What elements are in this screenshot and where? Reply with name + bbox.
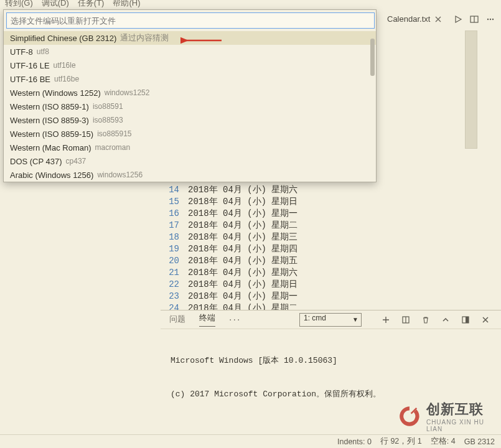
panel-layout-icon[interactable] bbox=[459, 313, 472, 327]
terminal-select[interactable]: 1: cmd ▼ bbox=[299, 313, 362, 327]
panel-tab-terminal[interactable]: 终端 bbox=[199, 313, 215, 327]
encoding-option-label: Western (ISO 8859-1) bbox=[10, 102, 89, 111]
line-number: 19 bbox=[161, 244, 188, 254]
line-number: 15 bbox=[161, 197, 188, 207]
editor-content: 142018年 04月 (小) 星期六 152018年 04月 (小) 星期日 … bbox=[161, 184, 501, 314]
encoding-option-alias: iso88593 bbox=[93, 116, 123, 124]
line-number: 14 bbox=[161, 185, 188, 195]
editor-line[interactable]: 192018年 04月 (小) 星期四 bbox=[161, 243, 501, 254]
line-text: 2018年 04月 (小) 星期一 bbox=[188, 208, 297, 219]
status-bar: Indents: 0 行 92，列 1 空格: 4 GB 2312 bbox=[0, 434, 501, 448]
encoding-scrollbar[interactable] bbox=[370, 39, 375, 76]
encoding-option-label: Western (Mac Roman) bbox=[10, 143, 91, 152]
encoding-option-label: UTF-16 BE bbox=[10, 75, 50, 84]
encoding-option-win1256[interactable]: Arabic (Windows 1256) windows1256 bbox=[4, 168, 376, 182]
encoding-option-alias: cp437 bbox=[66, 157, 87, 166]
editor-line[interactable]: 202018年 04月 (小) 星期五 bbox=[161, 254, 501, 266]
chevron-up-icon[interactable] bbox=[439, 313, 452, 327]
minimap[interactable] bbox=[465, 30, 477, 149]
line-text: 2018年 04月 (小) 星期二 bbox=[188, 220, 297, 231]
svg-point-5 bbox=[492, 19, 494, 20]
encoding-option-label: Arabic (Windows 1256) bbox=[10, 170, 93, 180]
encoding-option-alias: macroman bbox=[95, 143, 131, 152]
status-spaces[interactable]: 空格: 4 bbox=[431, 436, 456, 447]
encoding-option-alias: windows1256 bbox=[97, 170, 143, 179]
editor-line[interactable]: 212018年 04月 (小) 星期六 bbox=[161, 266, 501, 278]
line-number: 17 bbox=[161, 220, 188, 230]
editor-line[interactable]: 152018年 04月 (小) 星期日 bbox=[161, 195, 501, 207]
plus-icon[interactable] bbox=[379, 313, 393, 327]
encoding-option-win1252[interactable]: Western (Windows 1252) windows1252 bbox=[4, 86, 376, 100]
encoding-option-macroman[interactable]: Western (Mac Roman) macroman bbox=[4, 141, 376, 154]
trash-icon[interactable] bbox=[419, 313, 433, 327]
line-text: 2018年 04月 (小) 星期四 bbox=[188, 243, 297, 254]
encoding-option-alias: iso88591 bbox=[93, 102, 123, 111]
bottom-panel: 问题 终端 ··· 1: cmd ▼ bbox=[161, 310, 501, 434]
encoding-search-input[interactable] bbox=[6, 12, 375, 29]
editor-line[interactable]: 162018年 04月 (小) 星期一 bbox=[161, 207, 501, 219]
terminal-select-label: 1: cmd bbox=[304, 314, 326, 322]
editor-line[interactable]: 172018年 04月 (小) 星期二 bbox=[161, 219, 501, 231]
line-number: 21 bbox=[161, 268, 188, 278]
line-text: 2018年 04月 (小) 星期六 bbox=[188, 184, 297, 195]
status-indents[interactable]: Indents: 0 bbox=[337, 437, 372, 446]
terminal-output[interactable]: Microsoft Windows [版本 10.0.15063] (c) 20… bbox=[161, 329, 501, 448]
run-icon[interactable] bbox=[451, 12, 465, 26]
editor-tab-bar: Calendar.txt bbox=[378, 9, 501, 29]
close-icon[interactable] bbox=[479, 313, 492, 327]
editor-tab-title: Calendar.txt bbox=[387, 14, 430, 24]
encoding-option-alias: iso885915 bbox=[97, 129, 131, 138]
line-text: 2018年 04月 (小) 星期日 bbox=[188, 279, 297, 290]
encoding-option-label: UTF-8 bbox=[10, 47, 33, 57]
ellipsis-icon[interactable] bbox=[484, 12, 497, 26]
panel-tab-problems[interactable]: 问题 bbox=[169, 314, 185, 325]
menu-debug[interactable]: 调试(D) bbox=[42, 0, 69, 9]
line-number: 22 bbox=[161, 279, 188, 289]
menu-help[interactable]: 帮助(H) bbox=[113, 0, 140, 9]
encoding-option-alias: utf16le bbox=[54, 61, 76, 70]
svg-point-3 bbox=[487, 19, 489, 20]
panel-tab-bar: 问题 终端 ··· 1: cmd ▼ bbox=[161, 310, 501, 329]
chevron-down-icon: ▼ bbox=[352, 316, 358, 323]
svg-point-4 bbox=[490, 19, 491, 20]
line-number: 18 bbox=[161, 232, 188, 242]
status-cursor[interactable]: 行 92，列 1 bbox=[380, 436, 422, 447]
svg-rect-9 bbox=[466, 317, 469, 323]
encoding-option-iso88591[interactable]: Western (ISO 8859-1) iso88591 bbox=[4, 100, 376, 113]
editor-tab[interactable]: Calendar.txt bbox=[382, 12, 445, 27]
encoding-option-utf16be[interactable]: UTF-16 BE utf16be bbox=[4, 72, 376, 86]
split-editor-icon[interactable] bbox=[467, 12, 481, 26]
encoding-option-iso88593[interactable]: Western (ISO 8859-3) iso88593 bbox=[4, 113, 376, 127]
encoding-option-alias: utf8 bbox=[37, 47, 49, 56]
encoding-option-alias: windows1252 bbox=[105, 88, 150, 97]
terminal-line: (c) 2017 Microsoft Corporation。保留所有权利。 bbox=[171, 389, 491, 400]
encoding-option-label: Western (ISO 8859-15) bbox=[10, 129, 93, 139]
line-number: 16 bbox=[161, 208, 188, 218]
encoding-option-utf16le[interactable]: UTF-16 LE utf16le bbox=[4, 58, 376, 72]
close-icon[interactable] bbox=[434, 15, 442, 24]
menu-tasks[interactable]: 任务(T) bbox=[78, 0, 105, 9]
encoding-option-label: Western (Windows 1252) bbox=[10, 88, 101, 98]
encoding-option-label: UTF-16 LE bbox=[10, 61, 50, 70]
ellipsis-icon[interactable]: ··· bbox=[229, 314, 241, 325]
menu-goto[interactable]: 转到(G) bbox=[5, 0, 33, 9]
editor-line[interactable]: 232018年 04月 (小) 星期一 bbox=[161, 290, 501, 302]
encoding-option-label: DOS (CP 437) bbox=[10, 157, 62, 166]
annotation-arrow-icon bbox=[180, 35, 224, 48]
status-encoding[interactable]: GB 2312 bbox=[464, 437, 495, 446]
line-number: 23 bbox=[161, 291, 188, 301]
terminal-line: Microsoft Windows [版本 10.0.15063] bbox=[171, 355, 491, 366]
split-terminal-icon[interactable] bbox=[399, 313, 413, 327]
encoding-option-iso885915[interactable]: Western (ISO 8859-15) iso885915 bbox=[4, 127, 376, 141]
encoding-option-label: Western (ISO 8859-3) bbox=[10, 116, 89, 125]
editor-line[interactable]: 222018年 04月 (小) 星期日 bbox=[161, 278, 501, 290]
encoding-option-alias: utf16be bbox=[54, 75, 79, 83]
editor-line[interactable]: 182018年 04月 (小) 星期三 bbox=[161, 231, 501, 243]
line-text: 2018年 04月 (小) 星期三 bbox=[188, 231, 297, 243]
line-text: 2018年 04月 (小) 星期一 bbox=[188, 291, 297, 302]
editor-line[interactable]: 142018年 04月 (小) 星期六 bbox=[161, 184, 501, 195]
line-text: 2018年 04月 (小) 星期五 bbox=[188, 255, 297, 266]
encoding-list: Simplified Chinese (GB 2312) 通过内容猜测 UTF-… bbox=[4, 31, 376, 182]
encoding-option-cp437[interactable]: DOS (CP 437) cp437 bbox=[4, 154, 376, 168]
encoding-option-label: Simplified Chinese (GB 2312) bbox=[10, 34, 116, 43]
